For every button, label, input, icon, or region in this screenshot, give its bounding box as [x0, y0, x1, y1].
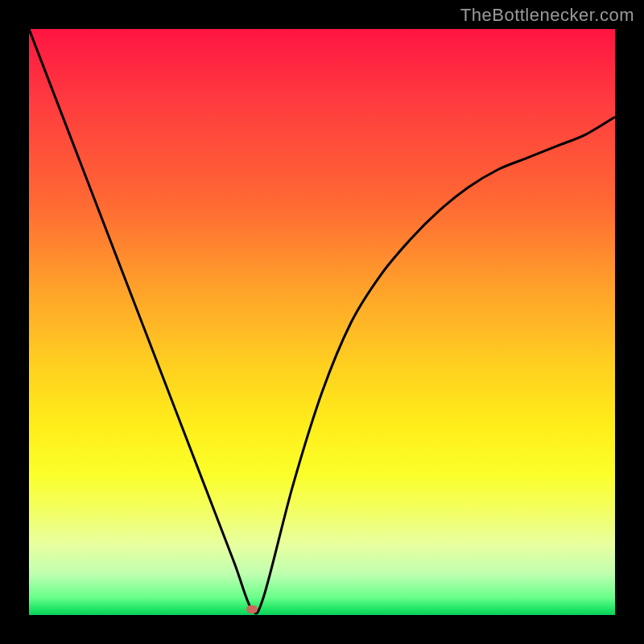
chart-plot-area — [29, 29, 615, 615]
chart-frame: TheBottlenecker.com — [0, 0, 644, 644]
attribution-text: TheBottlenecker.com — [460, 5, 634, 26]
optimal-point-marker — [246, 605, 258, 613]
bottleneck-curve-path — [29, 29, 615, 613]
bottleneck-curve — [29, 29, 615, 615]
